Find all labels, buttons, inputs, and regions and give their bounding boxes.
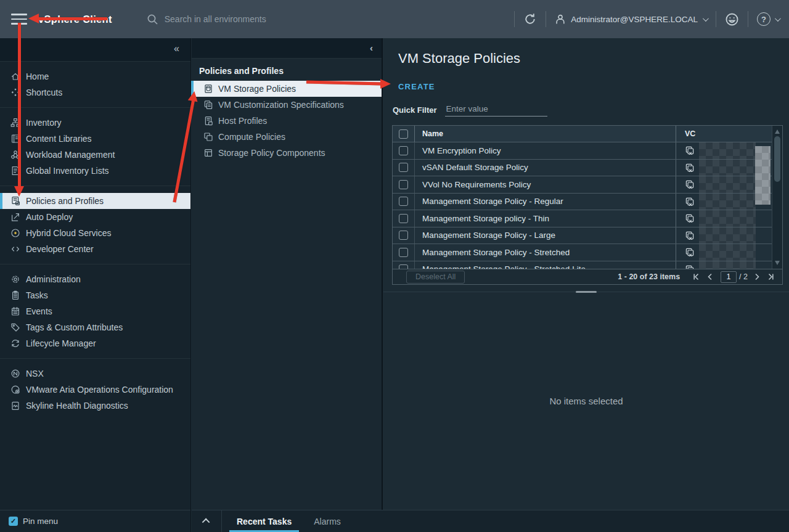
compute-policies-icon <box>203 132 213 142</box>
pin-menu-checkbox[interactable]: ✓ <box>9 517 18 526</box>
collapse-panel-icon[interactable]: ‹ <box>370 43 373 53</box>
vc-cell <box>676 210 782 227</box>
sidebar-item-tags-custom-attributes[interactable]: Tags & Custom Attributes <box>0 319 190 335</box>
help-icon: ? <box>757 12 771 26</box>
column-header-name[interactable]: Name <box>415 126 676 142</box>
row-checkbox[interactable] <box>399 248 408 257</box>
nsx-icon <box>10 369 20 379</box>
column-header-vc[interactable]: VC <box>676 129 782 138</box>
sidebar-item-administration[interactable]: Administration <box>0 271 190 287</box>
refresh-icon[interactable] <box>523 12 537 26</box>
sidebar-header: « <box>0 38 190 62</box>
row-checkbox[interactable] <box>399 180 408 189</box>
panel-item-vm-customization-specifications[interactable]: VM Customization Specifications <box>192 97 382 113</box>
tab-recent-tasks[interactable]: Recent Tasks <box>229 510 299 532</box>
sidebar-item-hybrid-cloud-services[interactable]: Hybrid Cloud Services <box>0 225 190 241</box>
sidebar-item-events[interactable]: Events <box>0 303 190 319</box>
first-page-icon[interactable] <box>690 271 703 282</box>
page-total-label: / 2 <box>739 272 748 281</box>
scrollbar-thumb[interactable] <box>774 136 780 182</box>
policy-name-cell[interactable]: Management Storage policy - Thin <box>415 210 676 227</box>
policy-name-cell[interactable]: VM Encryption Policy <box>415 142 676 159</box>
create-button[interactable]: CREATE <box>398 82 435 91</box>
expand-tasks-button[interactable] <box>192 510 222 532</box>
sidebar-item-auto-deploy[interactable]: Auto Deploy <box>0 209 190 225</box>
user-menu[interactable]: Administrator@VSPHERE.LOCAL <box>555 14 707 25</box>
global-search[interactable] <box>147 14 350 25</box>
lifecycle-icon <box>10 338 20 349</box>
redacted-vc-value <box>699 244 756 261</box>
row-checkbox[interactable] <box>399 264 408 269</box>
row-checkbox[interactable] <box>399 197 408 206</box>
sidebar-item-inventory[interactable]: Inventory <box>0 115 190 131</box>
sidebar-item-global-inventory-lists[interactable]: Global Inventory Lists <box>0 163 190 179</box>
scroll-up-icon[interactable] <box>775 129 780 134</box>
splitter-drag-handle[interactable] <box>576 291 597 293</box>
table-row[interactable]: Management Storage Policy - Stretched Li… <box>393 261 782 269</box>
policy-name-cell[interactable]: Management Storage Policy - Stretched Li… <box>415 261 676 269</box>
panel-item-compute-policies[interactable]: Compute Policies <box>192 129 382 145</box>
redacted-vc-value <box>699 261 756 269</box>
previous-page-icon[interactable] <box>703 271 717 282</box>
policy-name-cell[interactable]: vSAN Default Storage Policy <box>415 160 676 176</box>
search-input[interactable] <box>165 14 350 24</box>
panel-item-storage-policy-components[interactable]: Storage Policy Components <box>192 145 382 161</box>
page-number-input[interactable]: 1 <box>721 271 737 283</box>
quick-filter-input[interactable] <box>445 103 547 117</box>
inventory-icon <box>10 118 20 128</box>
feedback-smiley-icon[interactable] <box>725 12 739 27</box>
table-scrollbar[interactable] <box>772 126 782 269</box>
sidebar-item-policies-and-profiles[interactable]: Policies and Profiles <box>0 193 190 209</box>
top-bar: vSphere Client Administrator@VSPHERE.LOC… <box>0 0 789 38</box>
sidebar-item-home[interactable]: Home <box>0 68 190 84</box>
table-row[interactable]: Management Storage Policy - Stretched <box>393 244 782 261</box>
aria-ops-icon <box>10 385 20 395</box>
sidebar-item-developer-center[interactable]: Developer Center <box>0 241 190 257</box>
sidebar-item-label: Content Libraries <box>26 134 92 144</box>
row-checkbox[interactable] <box>399 231 408 240</box>
last-page-icon[interactable] <box>764 271 777 282</box>
table-row[interactable]: Management Storage policy - Thin <box>393 210 782 227</box>
policy-name-cell[interactable]: Management Storage Policy - Large <box>415 227 676 244</box>
sidebar-item-skyline-health-diagnostics[interactable]: Skyline Health Diagnostics <box>0 398 190 414</box>
panel-item-host-profiles[interactable]: Host Profiles <box>192 113 382 129</box>
scroll-down-icon[interactable] <box>775 261 780 265</box>
next-page-icon[interactable] <box>750 271 764 282</box>
help-menu[interactable]: ? <box>757 12 779 26</box>
policy-name-cell[interactable]: Management Storage Policy - Stretched <box>415 244 676 261</box>
table-row[interactable]: VVol No Requirements Policy <box>393 176 782 194</box>
content-libraries-icon <box>10 134 20 144</box>
sidebar-item-lifecycle-manager[interactable]: Lifecycle Manager <box>0 335 190 351</box>
sidebar-item-nsx[interactable]: NSX <box>0 366 190 382</box>
tab-alarms[interactable]: Alarms <box>306 510 348 532</box>
row-checkbox[interactable] <box>399 146 408 155</box>
row-checkbox[interactable] <box>399 163 408 172</box>
table-row[interactable]: vSAN Default Storage Policy <box>393 160 782 177</box>
row-checkbox[interactable] <box>399 214 408 223</box>
vc-cell <box>676 227 782 244</box>
sidebar-item-workload-management[interactable]: Workload Management <box>0 147 190 163</box>
deselect-all-button[interactable]: Deselect All <box>406 271 465 284</box>
table-row[interactable]: VM Encryption Policy <box>393 142 782 160</box>
sidebar-item-content-libraries[interactable]: Content Libraries <box>0 131 190 147</box>
sidebar-item-label: Inventory <box>26 118 62 128</box>
panel-item-label: Storage Policy Components <box>218 148 325 158</box>
policy-name-cell[interactable]: Management Storage Policy - Regular <box>415 194 676 210</box>
sidebar-item-label: Skyline Health Diagnostics <box>26 401 128 411</box>
hamburger-menu-icon[interactable] <box>11 14 27 25</box>
sidebar-item-vmware-aria-operations-configuration[interactable]: VMware Aria Operations Configuration <box>0 382 190 398</box>
table-row[interactable]: Management Storage Policy - Large <box>393 227 782 245</box>
tasks-icon <box>10 290 20 301</box>
panel-title: Policies and Profiles <box>192 59 382 81</box>
policy-name-cell[interactable]: VVol No Requirements Policy <box>415 176 676 193</box>
vc-cell <box>676 244 782 261</box>
sidebar-item-tasks[interactable]: Tasks <box>0 287 190 303</box>
select-all-checkbox[interactable] <box>399 129 408 139</box>
sidebar-item-shortcuts[interactable]: Shortcuts <box>0 84 190 100</box>
vcenter-icon <box>685 213 695 223</box>
panel-splitter[interactable] <box>383 292 789 292</box>
panel-item-vm-storage-policies[interactable]: VM Storage Policies <box>192 81 382 97</box>
collapse-sidebar-icon[interactable]: « <box>174 43 179 54</box>
table-row[interactable]: Management Storage Policy - Regular <box>393 194 782 211</box>
sidebar-item-label: Shortcuts <box>26 88 62 97</box>
